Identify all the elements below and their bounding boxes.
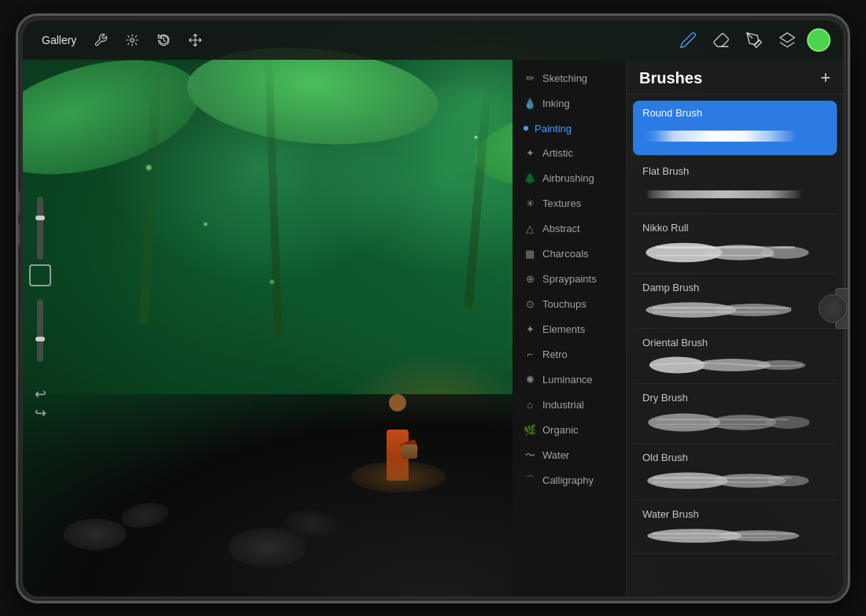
brush-preview-damp (642, 298, 827, 322)
adjust-icon (125, 33, 139, 47)
color-picker-button[interactable] (807, 28, 831, 52)
brush-preview-water (642, 525, 827, 547)
brush-preview-dry (642, 408, 827, 437)
category-industrial[interactable]: ⌂ Industrial (513, 393, 626, 418)
brush-name-oriental: Oriental Brush (642, 337, 827, 349)
svg-point-0 (131, 38, 135, 42)
device-frame: Gallery (16, 13, 850, 603)
brush-preview-old (642, 468, 827, 493)
water-stroke-svg (642, 526, 809, 546)
undo-button[interactable]: ↩ (35, 387, 46, 401)
water-reflection (351, 461, 446, 492)
particle-3 (474, 135, 478, 139)
nikko-stroke-svg (642, 239, 809, 266)
svg-point-15 (766, 416, 809, 429)
svg-point-13 (648, 413, 720, 431)
svg-rect-18 (657, 426, 747, 427)
brush-preview-oriental (642, 353, 827, 377)
top-toolbar: Gallery (23, 20, 843, 60)
category-inking[interactable]: 💧 Inking (513, 91, 626, 116)
brush-item-flat[interactable]: Flat Brush (633, 159, 837, 214)
left-side-toolbar: ↩ ↪ (29, 197, 51, 420)
touchups-icon: ⊙ (524, 298, 536, 311)
brush-item-round[interactable]: Round Brush (633, 101, 837, 156)
category-calligraphy[interactable]: ⌒ Calligraphy (513, 468, 626, 493)
brush-list: Brushes + Round Brush Flat Brush (627, 60, 843, 596)
size-thumb (35, 337, 45, 341)
brush-panel-header: Brushes + (627, 60, 843, 94)
svg-rect-4 (657, 246, 795, 249)
category-water[interactable]: 〜 Water (513, 443, 626, 468)
airbrushing-icon: 🌲 (524, 172, 536, 185)
opacity-slider[interactable] (37, 197, 43, 260)
brush-categories-list: ✏ Sketching 💧 Inking Painting ✦ Artistic… (513, 60, 627, 596)
add-brush-button[interactable]: + (820, 69, 831, 87)
svg-rect-22 (653, 477, 791, 478)
home-button[interactable] (835, 288, 849, 329)
svg-rect-23 (653, 481, 774, 482)
brush-name-dry: Dry Brush (642, 392, 827, 404)
brush-item-water[interactable]: Water Brush (633, 502, 837, 554)
dry-stroke-svg (642, 409, 809, 436)
category-sketching[interactable]: ✏ Sketching (513, 66, 626, 91)
layers-tool-button[interactable] (774, 27, 801, 53)
brush-item-old[interactable]: Old Brush (633, 445, 837, 500)
svg-point-21 (768, 474, 809, 485)
screen: Gallery (23, 20, 843, 596)
charcoals-icon: ▦ (524, 248, 536, 260)
brush-item-damp[interactable]: Damp Brush (633, 275, 837, 329)
category-textures[interactable]: ✳ Textures (513, 191, 626, 216)
pen-icon (679, 31, 697, 49)
category-spraypaints[interactable]: ⊕ Spraypaints (513, 267, 626, 292)
particle-2 (203, 222, 208, 227)
category-charcoals[interactable]: ▦ Charcoals (513, 242, 626, 267)
eraser-icon (712, 31, 730, 49)
category-elements[interactable]: ✦ Elements (513, 317, 626, 342)
organic-icon: 🌿 (524, 424, 536, 437)
opacity-thumb (35, 216, 45, 220)
category-airbrushing[interactable]: 🌲 Airbrushing (513, 166, 626, 191)
brush-preview-nikko (642, 238, 827, 267)
round-stroke (642, 131, 800, 142)
gallery-button[interactable]: Gallery (35, 31, 83, 50)
category-abstract[interactable]: △ Abstract (513, 216, 626, 242)
brush-name-damp: Damp Brush (642, 282, 827, 293)
brush-item-nikko[interactable]: Nikko Rull (633, 216, 837, 274)
brush-item-dry[interactable]: Dry Brush (633, 385, 837, 444)
brush-name-old: Old Brush (642, 452, 827, 463)
category-luminance[interactable]: ✺ Luminance (513, 367, 626, 393)
brush-name-water: Water Brush (642, 508, 827, 520)
smudge-tool-button[interactable] (741, 27, 768, 53)
abstract-icon: △ (524, 223, 536, 235)
volume-up-button[interactable] (17, 191, 20, 215)
transform-tool-button[interactable] (182, 27, 209, 53)
brush-name-round: Round Brush (642, 107, 827, 119)
category-touchups[interactable]: ⊙ Touchups (513, 292, 626, 317)
brush-preview-flat (642, 182, 827, 207)
canvas-options-button[interactable] (29, 264, 51, 286)
history-icon (157, 33, 171, 47)
pen-tool-button[interactable] (675, 27, 701, 53)
brush-panel-title: Brushes (639, 69, 702, 87)
volume-down-button[interactable] (17, 223, 20, 246)
category-painting[interactable]: Painting (513, 116, 626, 141)
particle-4 (269, 279, 275, 285)
elements-icon: ✦ (524, 323, 536, 336)
svg-rect-17 (657, 423, 768, 424)
history-tool-button[interactable] (150, 27, 177, 53)
textures-icon: ✳ (524, 197, 536, 210)
rock-1 (64, 518, 127, 550)
brush-item-oriental[interactable]: Oriental Brush (633, 330, 837, 384)
category-organic[interactable]: 🌿 Organic (513, 418, 626, 443)
category-artistic[interactable]: ✦ Artistic (513, 141, 626, 166)
adjust-tool-button[interactable] (119, 27, 146, 53)
wrench-tool-button[interactable] (87, 27, 114, 53)
particle-1 (146, 164, 152, 171)
brush-panel: ✏ Sketching 💧 Inking Painting ✦ Artistic… (513, 60, 843, 596)
size-slider[interactable] (37, 299, 43, 362)
eraser-tool-button[interactable] (708, 27, 735, 53)
category-retro[interactable]: ⌐ Retro (513, 342, 626, 367)
smudge-icon (746, 31, 763, 49)
water-icon: 〜 (524, 449, 536, 462)
redo-button[interactable]: ↪ (35, 406, 46, 420)
